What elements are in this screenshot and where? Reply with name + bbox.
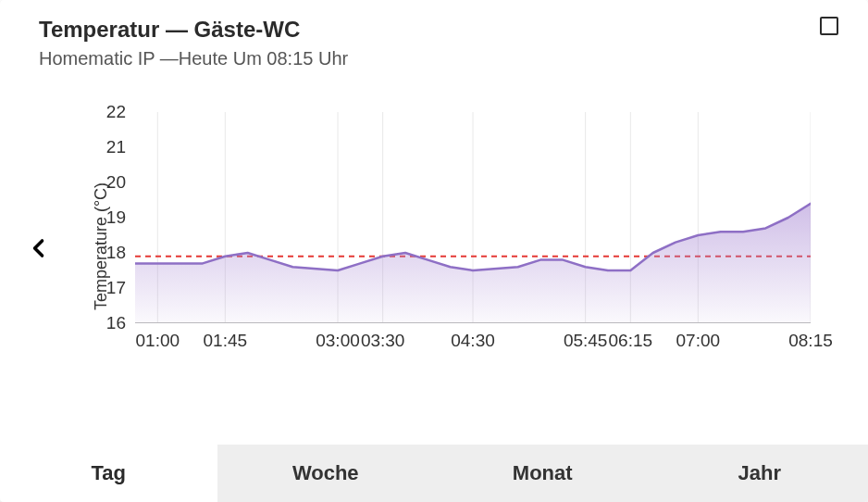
tab-day[interactable]: Tag <box>0 445 217 502</box>
card-subtitle: Homematic IP —Heute Um 08:15 Uhr <box>39 48 838 69</box>
x-tick: 01:00 <box>136 331 180 351</box>
x-tick: 08:15 <box>788 331 833 351</box>
chevron-left-icon[interactable] <box>26 235 52 261</box>
y-tick: 22 <box>93 102 126 122</box>
plot-svg <box>135 112 811 323</box>
x-tick: 03:30 <box>361 331 405 351</box>
x-tick: 05:45 <box>564 331 608 351</box>
y-tick: 17 <box>93 278 126 298</box>
range-tabs: Tag Woche Monat Jahr <box>0 445 868 502</box>
x-tick: 04:30 <box>451 331 495 351</box>
y-tick: 21 <box>93 137 126 157</box>
y-tick: 19 <box>93 207 126 228</box>
expand-button[interactable] <box>820 17 838 35</box>
x-tick: 01:45 <box>204 331 248 351</box>
tab-month[interactable]: Monat <box>434 445 651 502</box>
tab-week[interactable]: Woche <box>217 445 435 502</box>
y-tick: 20 <box>93 172 126 193</box>
chart-area: Temperature (°C) 16171819202122 01:0001:… <box>43 103 825 390</box>
x-tick: 06:15 <box>609 331 653 351</box>
y-tick: 18 <box>93 243 126 263</box>
x-tick: 03:00 <box>316 331 360 351</box>
card-title: Temperatur — Gäste-WC <box>39 17 300 43</box>
tab-year[interactable]: Jahr <box>651 445 869 502</box>
x-tick: 07:00 <box>676 331 721 351</box>
y-tick: 16 <box>93 313 126 333</box>
